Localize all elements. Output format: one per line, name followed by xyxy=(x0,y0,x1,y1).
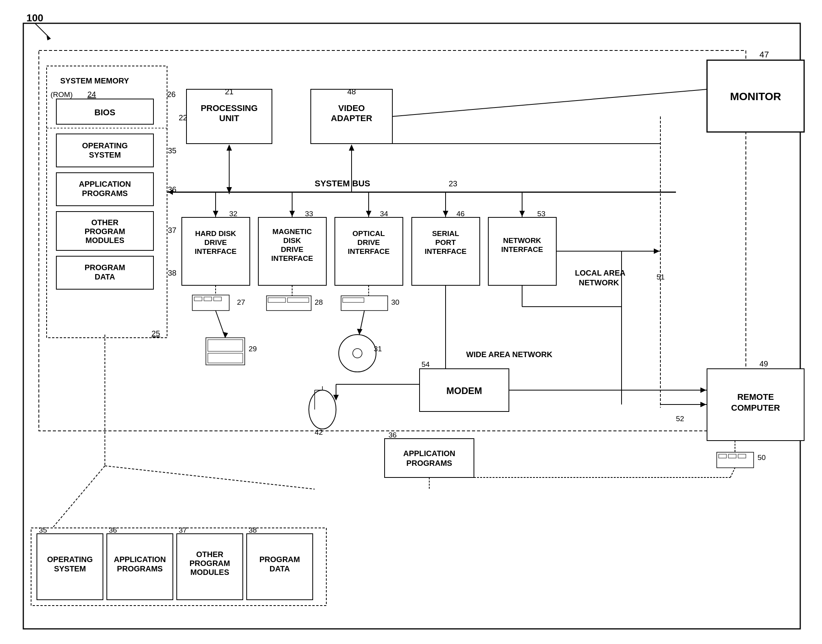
svg-text:25: 25 xyxy=(152,329,160,338)
svg-text:PROGRAM: PROGRAM xyxy=(190,559,230,568)
svg-text:100: 100 xyxy=(26,12,43,24)
svg-text:INTERFACE: INTERFACE xyxy=(425,247,467,255)
svg-text:50: 50 xyxy=(758,453,766,462)
svg-text:32: 32 xyxy=(229,210,237,218)
svg-text:DATA: DATA xyxy=(270,564,290,573)
svg-text:OTHER: OTHER xyxy=(91,218,119,227)
svg-text:PROGRAMS: PROGRAMS xyxy=(406,459,452,467)
svg-text:36: 36 xyxy=(388,431,397,439)
svg-text:MODEM: MODEM xyxy=(446,385,482,396)
svg-text:SYSTEM: SYSTEM xyxy=(89,151,121,159)
svg-text:OPERATING: OPERATING xyxy=(47,555,92,564)
svg-text:SYSTEM BUS: SYSTEM BUS xyxy=(315,179,370,188)
svg-text:38: 38 xyxy=(249,526,257,534)
svg-text:(ROM): (ROM) xyxy=(51,90,73,99)
svg-text:PROGRAMS: PROGRAMS xyxy=(117,564,163,573)
svg-text:ADAPTER: ADAPTER xyxy=(331,113,372,123)
svg-text:48: 48 xyxy=(347,87,356,96)
svg-text:PROGRAMS: PROGRAMS xyxy=(82,189,128,198)
svg-text:PROGRAM: PROGRAM xyxy=(259,555,300,564)
svg-text:SYSTEM: SYSTEM xyxy=(54,564,86,573)
svg-text:46: 46 xyxy=(456,210,465,218)
svg-text:27: 27 xyxy=(237,298,245,306)
svg-point-115 xyxy=(353,349,362,358)
svg-text:REMOTE: REMOTE xyxy=(737,392,774,402)
svg-text:DATA: DATA xyxy=(95,273,115,281)
diagram: 100 20 SYSTEM MEMORY (ROM) 24 26 22 BIOS… xyxy=(0,0,822,644)
diagram-svg: 100 20 SYSTEM MEMORY (ROM) 24 26 22 BIOS… xyxy=(0,0,822,644)
svg-text:28: 28 xyxy=(315,298,323,306)
svg-text:VIDEO: VIDEO xyxy=(338,103,365,113)
svg-text:37: 37 xyxy=(168,226,176,234)
svg-rect-152 xyxy=(738,454,746,458)
svg-text:DRIVE: DRIVE xyxy=(357,238,380,246)
svg-text:COMPUTER: COMPUTER xyxy=(731,403,780,413)
svg-text:22: 22 xyxy=(179,113,187,122)
svg-text:INTERFACE: INTERFACE xyxy=(195,247,237,255)
svg-text:INTERFACE: INTERFACE xyxy=(501,245,543,253)
svg-text:DRIVE: DRIVE xyxy=(204,238,227,246)
svg-text:INTERFACE: INTERFACE xyxy=(271,254,313,262)
svg-text:OPERATING: OPERATING xyxy=(82,141,127,150)
svg-text:PROGRAM: PROGRAM xyxy=(85,263,125,272)
svg-rect-101 xyxy=(287,298,309,302)
svg-text:33: 33 xyxy=(305,210,313,218)
svg-text:INTERFACE: INTERFACE xyxy=(348,247,390,255)
svg-rect-150 xyxy=(719,454,726,458)
svg-text:35: 35 xyxy=(168,146,176,155)
svg-text:53: 53 xyxy=(537,210,545,218)
svg-text:APPLICATION: APPLICATION xyxy=(79,180,131,188)
svg-text:21: 21 xyxy=(225,87,233,96)
svg-text:35: 35 xyxy=(39,526,47,534)
svg-text:26: 26 xyxy=(167,90,176,99)
svg-text:36: 36 xyxy=(109,526,117,534)
svg-rect-110 xyxy=(208,353,243,363)
svg-text:PORT: PORT xyxy=(435,238,456,246)
svg-text:HARD DISK: HARD DISK xyxy=(195,229,236,238)
svg-text:NETWORK: NETWORK xyxy=(503,236,541,245)
svg-text:23: 23 xyxy=(449,179,457,188)
svg-text:29: 29 xyxy=(249,345,257,353)
svg-text:34: 34 xyxy=(380,210,388,218)
svg-text:SYSTEM MEMORY: SYSTEM MEMORY xyxy=(60,76,129,85)
svg-text:30: 30 xyxy=(391,298,399,306)
svg-rect-151 xyxy=(728,454,736,458)
svg-rect-105 xyxy=(343,298,364,302)
svg-rect-94 xyxy=(194,297,202,301)
svg-text:SERIAL: SERIAL xyxy=(432,229,459,238)
svg-text:MODULES: MODULES xyxy=(190,568,229,576)
svg-text:DRIVE: DRIVE xyxy=(281,245,303,253)
svg-rect-100 xyxy=(268,298,286,302)
svg-point-119 xyxy=(309,390,336,429)
svg-text:DISK: DISK xyxy=(283,236,301,245)
svg-text:37: 37 xyxy=(179,526,187,534)
svg-text:LOCAL AREA: LOCAL AREA xyxy=(575,269,625,277)
svg-text:38: 38 xyxy=(168,269,176,277)
svg-text:PROGRAM: PROGRAM xyxy=(85,227,125,236)
svg-text:UNIT: UNIT xyxy=(219,113,239,123)
svg-rect-96 xyxy=(214,297,221,301)
svg-text:MONITOR: MONITOR xyxy=(730,90,781,102)
svg-text:APPLICATION: APPLICATION xyxy=(403,449,455,458)
svg-text:MAGNETIC: MAGNETIC xyxy=(272,227,312,236)
svg-text:MODULES: MODULES xyxy=(85,236,124,245)
svg-text:49: 49 xyxy=(759,359,768,368)
svg-text:NETWORK: NETWORK xyxy=(579,278,619,287)
svg-text:OTHER: OTHER xyxy=(196,550,224,559)
svg-text:31: 31 xyxy=(374,345,382,353)
svg-text:OPTICAL: OPTICAL xyxy=(352,229,385,238)
svg-text:BIOS: BIOS xyxy=(94,108,115,117)
svg-text:PROCESSING: PROCESSING xyxy=(201,103,258,113)
svg-rect-109 xyxy=(208,340,243,351)
svg-text:APPLICATION: APPLICATION xyxy=(114,555,166,564)
svg-text:WIDE AREA NETWORK: WIDE AREA NETWORK xyxy=(466,350,552,359)
svg-rect-155 xyxy=(385,439,474,477)
svg-text:47: 47 xyxy=(759,50,769,59)
svg-rect-95 xyxy=(204,297,212,301)
svg-text:54: 54 xyxy=(421,360,430,368)
svg-text:52: 52 xyxy=(676,415,684,423)
svg-text:42: 42 xyxy=(315,428,323,436)
svg-text:24: 24 xyxy=(87,90,96,99)
